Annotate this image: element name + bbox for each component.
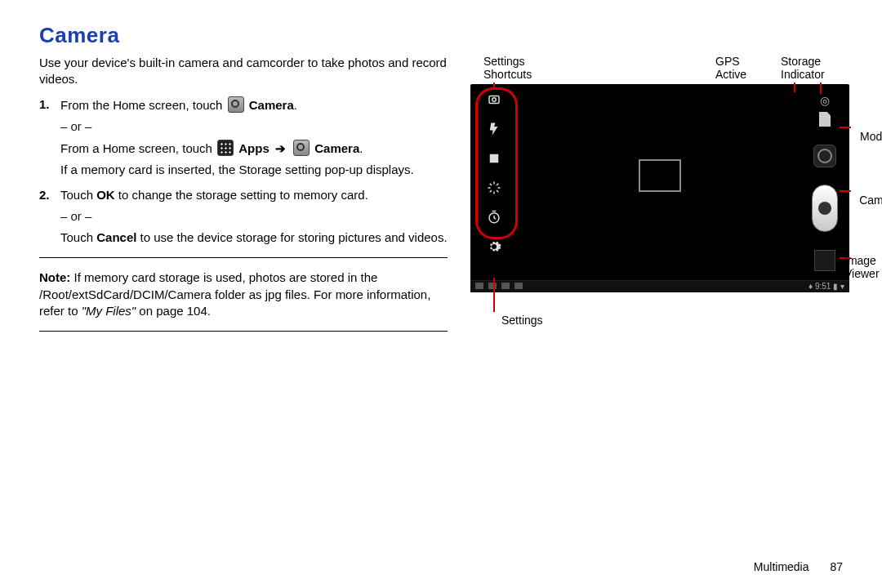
top-callout-row: Settings Shortcuts GPS Active Storage In… (470, 55, 849, 81)
status-time: ♦ 9:51 ▮ ▾ (808, 282, 844, 291)
step-text: From the Home screen, touch (60, 98, 226, 112)
camera-label: Camera (249, 98, 294, 112)
svg-rect-2 (490, 154, 499, 163)
camera-label: Camera (314, 141, 359, 155)
note-block: Note: If memory card storage is used, ph… (39, 270, 448, 319)
label-storage-indicator: Storage Indicator (781, 55, 846, 81)
storage-indicator-icon (819, 112, 831, 127)
image-viewer-thumbnail[interactable] (814, 250, 835, 271)
apps-label: Apps (238, 141, 270, 155)
callout-line (794, 82, 795, 92)
top-right-labels: GPS Active Storage Indicator (715, 55, 846, 81)
timer-icon[interactable] (485, 208, 503, 226)
shooting-mode-icon[interactable] (485, 149, 503, 167)
right-control-rail: ◎ (808, 89, 841, 276)
clock-text: 9:51 (815, 282, 831, 291)
cancel-label: Cancel (96, 230, 136, 244)
note-ref: "My Files" (82, 304, 136, 318)
step-body: From the Home screen, touch Camera. – or… (60, 96, 448, 179)
android-status-bar: ♦ 9:51 ▮ ▾ (470, 280, 849, 292)
callout-line (840, 190, 851, 192)
label-settings-shortcuts: Settings Shortcuts (483, 55, 549, 81)
step-body: Touch OK to change the storage setting t… (60, 187, 448, 247)
callout-line (493, 82, 495, 87)
label-image-viewer: Image Viewer (844, 254, 882, 280)
footer-page-number: 87 (830, 560, 843, 573)
step-text: Touch (60, 188, 96, 202)
device-screenshot: ◎ ♦ 9:51 ▮ ▾ (470, 84, 849, 292)
divider (39, 257, 448, 258)
intro-text: Use your device's built-in camera and ca… (39, 55, 448, 88)
focus-rectangle (639, 159, 681, 192)
period: . (359, 141, 363, 155)
footer-section: Multimedia (754, 560, 809, 573)
step-text: to change the storage setting to memory … (115, 188, 368, 202)
settings-gear-icon[interactable] (485, 238, 503, 256)
callout-line (820, 82, 822, 94)
nav-buttons (475, 283, 523, 289)
shutter-button[interactable] (812, 185, 838, 232)
or-divider: – or – (60, 208, 448, 225)
divider (39, 331, 448, 332)
lens-icon (817, 149, 832, 163)
note-label: Note: (39, 270, 70, 284)
mode-toggle[interactable] (813, 145, 836, 167)
label-gps-active: GPS Active (715, 55, 764, 81)
page-title: Camera (39, 23, 849, 48)
step-text: to use the device storage for storing pi… (136, 230, 447, 244)
period: . (294, 98, 297, 112)
gps-indicator-icon: ◎ (820, 94, 830, 107)
camera-icon (293, 140, 310, 156)
label-settings: Settings (501, 314, 849, 327)
left-column: Use your device's built-in camera and ca… (39, 55, 448, 343)
spacer (60, 157, 448, 162)
label-camera: Camera (859, 194, 882, 207)
step-text: Touch (60, 230, 96, 244)
arrow-icon: ➔ (275, 141, 286, 155)
manual-page: Camera Use your device's built-in camera… (0, 0, 882, 588)
step-text: From a Home screen, touch (60, 141, 216, 155)
step-text: If a memory card is inserted, the Storag… (60, 163, 414, 176)
svg-rect-0 (489, 96, 499, 104)
exposure-icon[interactable] (485, 179, 503, 197)
svg-point-1 (492, 98, 497, 102)
right-column: Settings Shortcuts GPS Active Storage In… (470, 55, 849, 343)
step-number: 2. (39, 187, 60, 247)
page-footer: Multimedia 87 (754, 560, 843, 573)
step-number: 1. (39, 96, 60, 179)
flash-icon[interactable] (485, 120, 503, 138)
apps-icon (217, 140, 234, 156)
note-text: on page 104. (136, 304, 211, 318)
callout-line (840, 127, 851, 128)
step-2: 2. Touch OK to change the storage settin… (39, 187, 448, 247)
shutter-dot-icon (818, 202, 831, 215)
rail-top-indicators: ◎ (819, 94, 831, 127)
self-shot-icon[interactable] (485, 91, 503, 109)
callout-line (493, 278, 495, 312)
camera-icon (228, 96, 244, 113)
label-mode: Mode (860, 130, 882, 143)
settings-shortcut-column (480, 91, 508, 268)
ok-label: OK (96, 188, 115, 202)
step-list: 1. From the Home screen, touch Camera. –… (39, 96, 448, 247)
two-column-layout: Use your device's built-in camera and ca… (39, 55, 849, 343)
step-1: 1. From the Home screen, touch Camera. –… (39, 96, 448, 179)
or-divider: – or – (60, 118, 448, 135)
